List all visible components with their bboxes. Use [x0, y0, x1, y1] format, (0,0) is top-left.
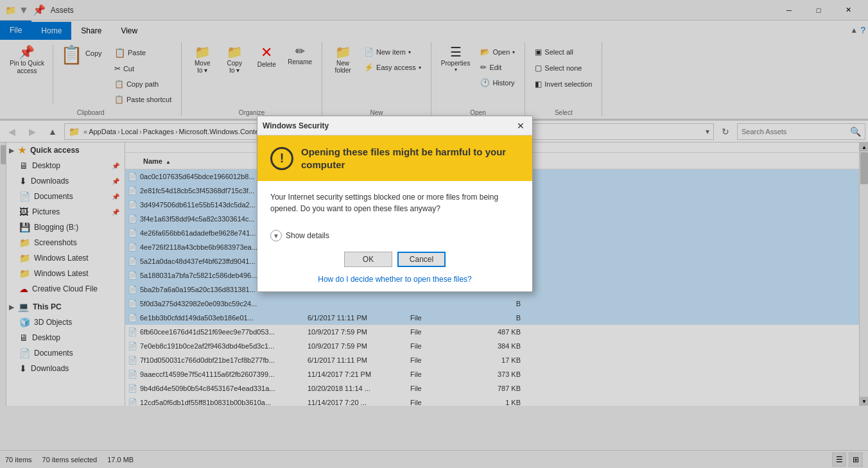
cancel-button[interactable]: Cancel [397, 252, 446, 267]
dialog-help-link[interactable]: How do I decide whether to open these fi… [318, 275, 471, 284]
dialog-body: Your Internet security settings blocked … [257, 181, 532, 225]
chevron-circle-icon: ▼ [270, 230, 282, 241]
ok-button[interactable]: OK [344, 252, 392, 267]
show-details-label: Show details [286, 231, 329, 240]
dialog-warning-title: Opening these files might be harmful to … [301, 146, 519, 171]
dialog-title-text: Windows Security [263, 121, 329, 130]
warning-icon: ! [270, 147, 293, 170]
dialog-buttons: OK Cancel [257, 247, 532, 275]
show-details-button[interactable]: ▼ Show details [270, 230, 519, 241]
windows-security-dialog: Windows Security ✕ ! Opening these files… [257, 116, 533, 292]
dialog-help-link-container: How do I decide whether to open these fi… [257, 275, 532, 291]
dialog-warning-header: ! Opening these files might be harmful t… [257, 135, 532, 181]
dialog-close-button[interactable]: ✕ [514, 119, 527, 132]
dialog-body-text: Your Internet security settings blocked … [270, 193, 498, 213]
dialog-titlebar: Windows Security ✕ [257, 116, 532, 135]
modal-overlay: Windows Security ✕ ! Opening these files… [0, 0, 868, 468]
